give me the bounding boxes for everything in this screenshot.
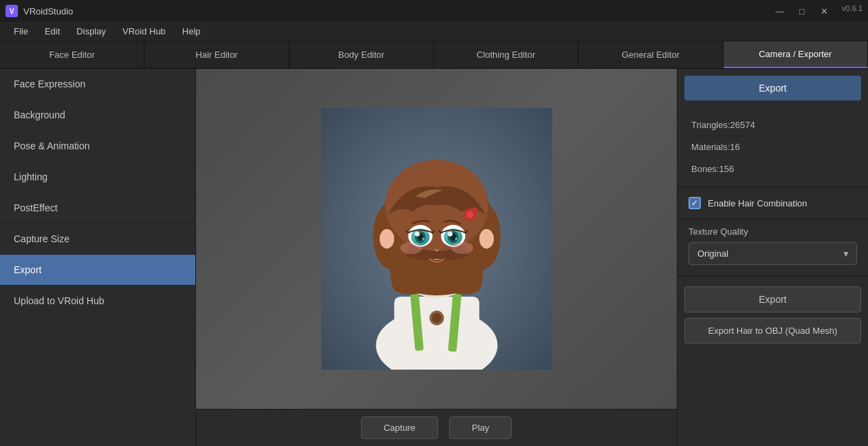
tab-camera-exporter[interactable]: Camera / Exporter (724, 41, 868, 68)
close-button[interactable]: ✕ (814, 4, 834, 18)
capture-button[interactable]: Capture (361, 416, 438, 439)
menu-bar: File Edit Display VRoid Hub Help (0, 22, 868, 41)
svg-point-19 (471, 207, 477, 213)
texture-quality-label: Texture Quality (688, 226, 857, 237)
menu-vroid-hub[interactable]: VRoid Hub (114, 23, 174, 39)
enable-hair-combination-checkbox[interactable] (688, 197, 701, 209)
enable-hair-combination-row[interactable]: Enable Hair Combination (677, 187, 868, 220)
svg-point-34 (379, 229, 393, 248)
viewport: Capture Play (196, 69, 677, 446)
tab-face-editor[interactable]: Face Editor (0, 41, 144, 68)
enable-hair-combination-label: Enable Hair Combination (708, 198, 807, 209)
svg-point-24 (415, 231, 420, 236)
svg-point-35 (479, 229, 493, 248)
svg-point-33 (451, 242, 473, 254)
app-icon: V (6, 5, 18, 17)
viewport-bottom: Capture Play (196, 409, 677, 446)
texture-quality-select-wrapper: Original High Medium Low ▼ (688, 242, 857, 265)
sidebar-item-upload-vroid-hub[interactable]: Upload to VRoid Hub (0, 286, 195, 317)
svg-point-8 (431, 313, 441, 323)
title-bar: V VRoidStudio — □ ✕ v0.6.1 (0, 0, 868, 22)
tab-general-editor[interactable]: General Editor (578, 41, 723, 68)
svg-point-31 (455, 237, 457, 240)
sidebar-item-posteffect[interactable]: PostEffect (0, 193, 195, 224)
svg-rect-2 (394, 297, 479, 357)
stat-triangles: Triangles:26574 (691, 114, 854, 136)
character-area (196, 69, 677, 409)
sidebar-item-lighting[interactable]: Lighting (0, 162, 195, 193)
tab-clothing-editor[interactable]: Clothing Editor (434, 41, 578, 68)
texture-quality-select[interactable]: Original High Medium Low (688, 242, 857, 265)
right-panel: Export Triangles:26574 Materials:16 Bone… (677, 69, 868, 446)
sidebar-item-capture-size[interactable]: Capture Size (0, 224, 195, 255)
stat-materials: Materials:16 (691, 136, 854, 158)
sidebar-item-background[interactable]: Background (0, 100, 195, 131)
top-export-button[interactable]: Export (684, 76, 861, 100)
sidebar-item-face-expression[interactable]: Face Expression (0, 69, 195, 100)
svg-point-32 (400, 242, 422, 254)
svg-point-30 (447, 231, 452, 236)
menu-file[interactable]: File (6, 23, 36, 39)
sidebar-item-pose-animation[interactable]: Pose & Animation (0, 131, 195, 162)
play-button[interactable]: Play (449, 416, 512, 439)
tab-body-editor[interactable]: Body Editor (290, 41, 434, 68)
viewport-canvas[interactable] (196, 69, 677, 409)
sidebar-item-export[interactable]: Export (0, 255, 195, 286)
window-controls: — □ ✕ v0.6.1 (770, 4, 862, 18)
menu-help[interactable]: Help (174, 23, 209, 39)
character-svg (306, 108, 567, 370)
menu-display[interactable]: Display (68, 23, 114, 39)
tab-bar: Face Editor Hair Editor Body Editor Clot… (0, 41, 868, 69)
menu-edit[interactable]: Edit (36, 23, 68, 39)
maximize-button[interactable]: □ (792, 4, 812, 18)
sidebar: Face Expression Background Pose & Animat… (0, 69, 196, 446)
texture-quality-area: Texture Quality Original High Medium Low… (677, 220, 868, 277)
export-hair-button[interactable]: Export Hair to OBJ (Quad Mesh) (684, 318, 861, 343)
stat-bones: Bones:156 (691, 158, 854, 180)
main-layout: Face Expression Background Pose & Animat… (0, 69, 868, 446)
stats-area: Triangles:26574 Materials:16 Bones:156 (677, 107, 868, 187)
export-main-button[interactable]: Export (684, 286, 861, 312)
minimize-button[interactable]: — (770, 4, 790, 18)
svg-point-25 (422, 237, 424, 240)
version-label: v0.6.1 (842, 4, 862, 18)
app-title: VRoidStudio (23, 6, 73, 17)
title-bar-left: V VRoidStudio (6, 5, 73, 17)
tab-hair-editor[interactable]: Hair Editor (144, 41, 289, 68)
